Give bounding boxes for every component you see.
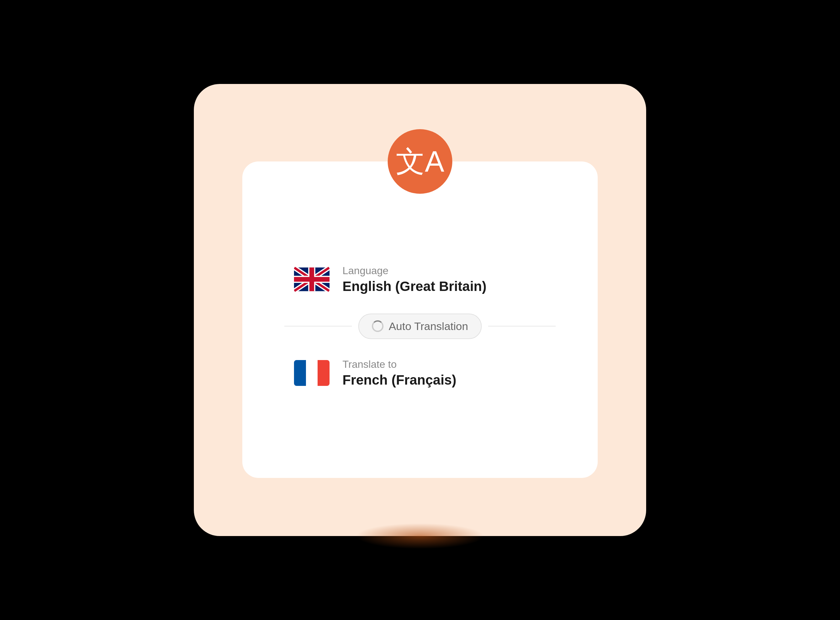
svg-rect-8 xyxy=(294,277,330,282)
source-language-value: English (Great Britain) xyxy=(342,279,487,294)
target-language-text: Translate to French (Français) xyxy=(342,358,456,388)
target-language-value: French (Français) xyxy=(342,372,456,388)
inner-card: 文A xyxy=(242,161,598,478)
auto-translation-divider-row: Auto Translation xyxy=(274,307,566,346)
left-divider xyxy=(284,326,352,327)
translation-icon-circle: 文A xyxy=(388,129,452,194)
card-content: Language English (Great Britain) Auto Tr… xyxy=(274,239,566,401)
outer-card: 文A xyxy=(194,84,646,536)
target-language-label: Translate to xyxy=(342,358,456,370)
source-language-label: Language xyxy=(342,265,487,277)
translation-icon: 文A xyxy=(396,147,444,176)
auto-translation-button[interactable]: Auto Translation xyxy=(358,313,482,339)
target-language-row: Translate to French (Français) xyxy=(274,346,566,401)
flag-fr-red xyxy=(318,360,330,386)
spinner-icon xyxy=(372,321,383,332)
uk-flag xyxy=(294,266,330,292)
auto-translation-label: Auto Translation xyxy=(389,320,468,333)
flag-fr-white xyxy=(306,360,318,386)
right-divider xyxy=(488,326,556,327)
flag-fr-blue xyxy=(294,360,306,386)
source-language-text: Language English (Great Britain) xyxy=(342,265,487,294)
source-language-row: Language English (Great Britain) xyxy=(274,252,566,307)
fr-flag xyxy=(294,360,330,386)
